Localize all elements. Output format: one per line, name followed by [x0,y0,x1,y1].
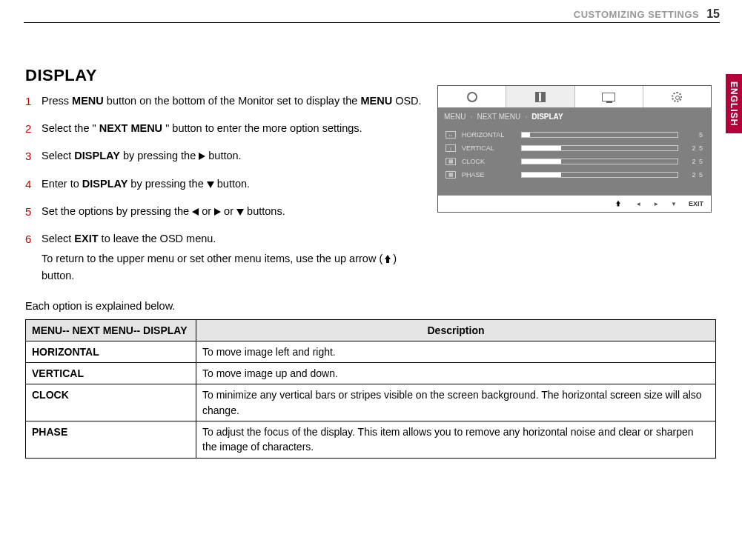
osd-tabs [438,86,711,108]
osd-tab-brightness[interactable] [438,86,506,107]
osd-row-phase[interactable]: ▦ PHASE 2 5 [445,171,703,179]
osd-body: ↔ HORIZONTAL 5 ↕ VERTICAL 2 5 ▦ CLOCK 2 … [438,125,711,195]
step-5-text: Set the options by pressing the or or bu… [42,205,285,217]
osd-footer: ◄ ► ▼ EXIT [438,195,711,212]
right-arrow-icon[interactable]: ► [653,201,659,207]
horizontal-icon: ↔ [445,131,456,139]
table-header-right: Description [196,319,716,341]
osd-bc-nextmenu: NEXT MENU [477,113,520,121]
vertical-icon: ↕ [445,144,456,152]
osd-tab-color[interactable] [506,86,574,107]
osd-bc-menu: MENU [444,113,466,121]
osd-row-vertical[interactable]: ↕ VERTICAL 2 5 [445,144,703,152]
description-table: MENU-- NEXT MENU-- DISPLAY Description H… [25,319,716,459]
step-2-text: Select the " NEXT MENU " button to enter… [42,122,362,134]
page-number: 15 [706,7,720,21]
step-5: 5Set the options by pressing the or or b… [25,203,425,220]
step-6-text: Select EXIT to leave the OSD menu. [42,233,216,244]
left-arrow-icon[interactable]: ◄ [635,201,641,207]
osd-bc-display: DISPLAY [531,113,563,121]
down-arrow-icon[interactable]: ▼ [671,201,677,207]
columns-icon [535,92,546,102]
gear-icon [672,92,682,102]
exit-button[interactable]: EXIT [689,200,703,207]
each-explained-line: Each option is explained below. [25,300,720,312]
step-6: 6Select EXIT to leave the OSD menu. To r… [25,230,425,285]
phase-icon: ▦ [445,171,456,179]
step-3-text: Select DISPLAY by pressing the button. [42,150,242,161]
step-3: 3Select DISPLAY by pressing the button. [25,147,425,164]
step-4-text: Enter to DISPLAY by pressing the button. [42,178,250,190]
osd-tab-settings[interactable] [643,86,711,107]
section-title: DISPLAY [25,66,720,85]
osd-slider[interactable] [521,172,678,178]
osd-row-horizontal[interactable]: ↔ HORIZONTAL 5 [445,131,703,139]
table-row: VERTICAL To move image up and down. [26,363,716,384]
up-arrow-icon[interactable] [613,199,623,208]
step-6-sub: To return to the upper menu or set other… [42,250,425,284]
osd-tab-display[interactable] [575,86,643,107]
table-row: PHASE To adjust the focus of the display… [26,421,716,458]
osd-slider[interactable] [521,159,678,164]
clock-icon: ▦ [445,158,456,165]
osd-slider[interactable] [521,145,678,151]
osd-breadcrumb: MENU › NEXT MENU › DISPLAY [438,108,711,125]
chevron-right-icon: › [470,113,472,121]
header-title: CUSTOMIZING SETTINGS [574,9,699,20]
chevron-right-icon: › [525,113,527,121]
display-icon [602,93,615,101]
table-row: HORIZONTAL To move image left and right. [26,341,716,362]
osd-panel: MENU › NEXT MENU › DISPLAY ↔ HORIZONTAL … [437,85,712,213]
osd-row-clock[interactable]: ▦ CLOCK 2 5 [445,158,703,165]
header-divider [24,22,720,23]
osd-slider[interactable] [521,132,678,138]
table-row: CLOCK To minimize any vertical bars or s… [26,384,716,421]
step-4: 4Enter to DISPLAY by pressing the button… [25,176,425,193]
steps-list: 1Press MENU button on the bottom of the … [25,93,425,285]
sun-icon [467,92,477,102]
step-1: 1Press MENU button on the bottom of the … [25,93,425,110]
page-header: CUSTOMIZING SETTINGS 15 [0,0,742,25]
table-header-left: MENU-- NEXT MENU-- DISPLAY [26,319,196,341]
step-2: 2Select the " NEXT MENU " button to ente… [25,120,425,137]
step-1-text: Press MENU button on the bottom of the M… [42,95,422,107]
